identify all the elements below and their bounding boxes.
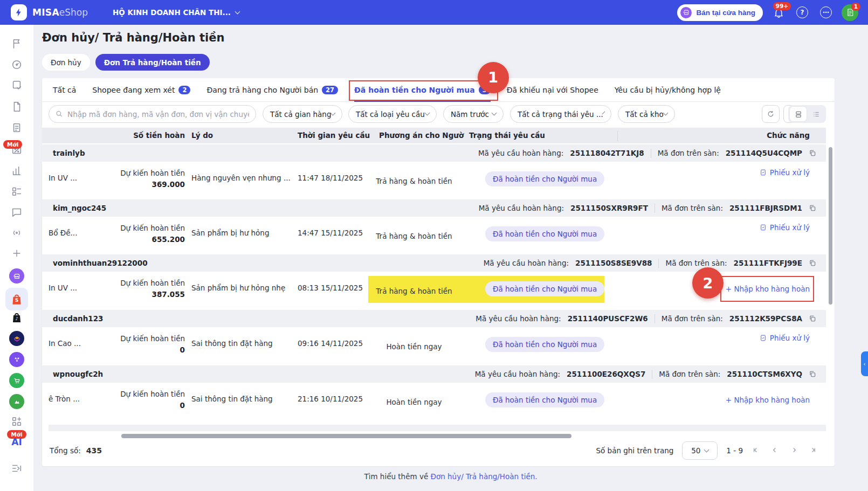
prev-page-button[interactable] (771, 446, 779, 455)
copy-icon[interactable] (809, 259, 816, 267)
receive-return-stock-link[interactable]: + Nhập kho hàng hoàn (726, 285, 810, 293)
time-filter-dropdown[interactable]: Năm trước (443, 105, 504, 123)
profile-avatar[interactable]: 1 (842, 4, 858, 21)
footer-prefix: Tìm hiểu thêm về (364, 472, 428, 481)
sidebar-item-documents[interactable] (0, 101, 33, 113)
list-view-toggle[interactable] (808, 107, 824, 121)
tab-returning-to-seller[interactable]: Đang trả hàng cho Người bán27 (206, 78, 338, 102)
divider (655, 204, 655, 213)
sidebar: Mới S ♪ Mới AI (0, 25, 33, 491)
help-button[interactable]: ? (794, 4, 810, 20)
table-row: In UV ... Dự kiến hoàn tiền387.055 Sản p… (42, 272, 826, 307)
more-button[interactable]: ⋯ (818, 4, 834, 20)
slip-icon (760, 334, 767, 342)
sidebar-item-add[interactable] (0, 248, 33, 259)
sidebar-item-app-lazada[interactable] (0, 331, 33, 346)
sidebar-item-app-shopee[interactable]: S (0, 288, 33, 310)
seller-name[interactable]: ducdanh123 (53, 314, 103, 323)
next-page-button[interactable] (790, 446, 798, 455)
sidebar-item-invoices[interactable] (0, 122, 33, 134)
order-code: 251111FBJRSDM1 (729, 204, 802, 212)
warehouse-filter-dropdown[interactable]: Tất cả kho (618, 105, 675, 123)
sidebar-item-flag[interactable] (0, 38, 33, 50)
order-code: 251110CTSM6XYQ (727, 370, 802, 378)
refresh-button[interactable] (762, 105, 780, 123)
tab-all[interactable]: Tất cả (53, 78, 76, 102)
card-view-toggle[interactable] (790, 107, 807, 121)
seller-name[interactable]: wpnougfc2h (53, 370, 103, 378)
copy-icon[interactable] (809, 204, 816, 212)
request-type-dropdown[interactable]: Tất cả loại yêu cầu (348, 105, 437, 123)
tab-refunded-to-buyer[interactable]: Đã hoàn tiền cho Người mua3 (354, 78, 491, 102)
status-badge: Đã hoàn tiền cho Người mua (485, 392, 604, 407)
sidebar-item-app-store[interactable] (0, 268, 33, 283)
tab-complained[interactable]: Đã khiếu nại với Shopee (507, 78, 598, 102)
reason: Sản phẩm bị hư hỏng nhẹ (191, 283, 295, 292)
store-selector[interactable]: HỘ KINH DOANH CHÂN THI... (113, 8, 239, 17)
process-slip-link[interactable]: Phiếu xử lý (760, 223, 810, 232)
status-badge: Đã hoàn tiền cho Người mua (485, 171, 604, 186)
sidebar-item-promotions[interactable]: Mới (0, 144, 33, 156)
misa-logo-icon[interactable] (11, 4, 27, 20)
status-filter-dropdown[interactable]: Tất cả trạng thái yêu ... (510, 105, 611, 123)
total-label: Tổng số: (50, 446, 81, 455)
order-code: 251112K59PCS8A (729, 314, 802, 323)
refund-amount: 369.000 (93, 180, 185, 189)
pill-return-refund[interactable]: Đơn Trả hàng/Hoàn tiền (95, 54, 210, 71)
seller-name[interactable]: vominhthuan29122000 (53, 259, 148, 267)
search-input[interactable] (67, 110, 249, 119)
copy-icon[interactable] (809, 315, 816, 322)
pill-cancel-orders[interactable]: Đơn hủy (42, 54, 90, 71)
sidebar-item-dashboard[interactable] (0, 59, 33, 71)
vertical-scrollbar[interactable] (829, 147, 832, 305)
sidebar-item-orders[interactable] (0, 79, 33, 91)
search-box[interactable] (49, 105, 256, 123)
seller-name[interactable]: trainlyb (53, 149, 85, 157)
right-panel-expander[interactable]: ‹ (861, 351, 868, 376)
process-slip-link[interactable]: Phiếu xử lý (760, 334, 810, 342)
store-filter-dropdown[interactable]: Tất cả gian hàng (263, 105, 342, 123)
tab-shopee-reviewing[interactable]: Shopee đang xem xét2 (92, 78, 190, 102)
horizontal-scrollbar[interactable] (121, 434, 571, 438)
order-code-label: Mã đơn trên sàn: (665, 259, 727, 267)
per-page-select[interactable]: 50 (682, 441, 718, 460)
chevron-down-icon (425, 110, 430, 116)
last-page-button[interactable] (810, 446, 817, 455)
sidebar-item-app-network[interactable] (0, 352, 33, 367)
sidebar-item-reports[interactable] (0, 165, 33, 177)
group-header: trainlyb Mã yêu cầu hoàn hàng: 251118042… (42, 144, 826, 162)
order-code-label: Mã đơn trên sàn: (662, 204, 723, 212)
receive-return-stock-link[interactable]: + Nhập kho hàng hoàn (726, 396, 810, 404)
brand-eshop: eShop (59, 7, 88, 18)
divider (658, 259, 659, 268)
sidebar-item-app-green[interactable] (0, 394, 33, 409)
list-icon (11, 185, 23, 197)
request-code-label: Mã yêu cầu hoàn hàng: (476, 314, 561, 323)
sidebar-item-broadcast[interactable] (0, 227, 33, 239)
notifications-button[interactable]: 99+ (770, 4, 787, 20)
copy-icon[interactable] (809, 370, 816, 378)
order-code-label: Mã đơn trên sàn: (662, 314, 723, 323)
process-slip-link[interactable]: Phiếu xử lý (760, 168, 810, 177)
chevron-down-icon (704, 447, 709, 452)
sidebar-ai-label[interactable]: AI (0, 437, 33, 447)
seller-name[interactable]: kim_ngoc245 (53, 204, 106, 212)
sidebar-item-app-tiktok[interactable]: ♪ (0, 311, 33, 324)
store-icon (680, 7, 692, 18)
expected-refund-label: Dự kiến hoàn tiền (93, 390, 185, 398)
col-amount: Số tiền hoàn (93, 131, 185, 140)
tab-invalid[interactable]: Yêu cầu bị hủy/không hợp lệ (615, 78, 721, 102)
refund-amount: 387.055 (93, 290, 185, 299)
sidebar-item-categories[interactable] (0, 185, 33, 197)
active-app-highlight: S (5, 288, 28, 310)
sidebar-collapse[interactable] (0, 462, 33, 474)
sidebar-item-app-cart[interactable] (0, 373, 33, 388)
copy-icon[interactable] (809, 149, 816, 157)
footer-link[interactable]: Đơn hủy/ Trả hàng/Hoàn tiền. (430, 472, 537, 481)
sidebar-item-more-apps[interactable] (0, 416, 33, 427)
document-check-icon (11, 79, 23, 91)
sell-at-store-button[interactable]: Bán tại cửa hàng (677, 4, 763, 21)
first-page-button[interactable] (752, 446, 759, 455)
receipt-icon (11, 122, 23, 134)
sidebar-item-messages[interactable] (0, 206, 33, 218)
